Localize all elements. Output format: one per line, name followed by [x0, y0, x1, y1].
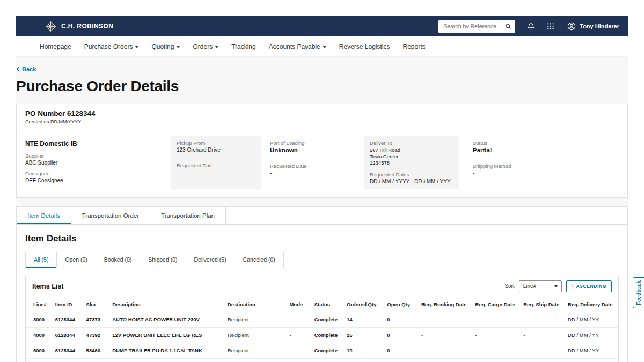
cell-sku: 47373	[83, 312, 109, 327]
bell-icon	[527, 23, 535, 31]
items-table: Line#Item IDSkuDescriptionDestinationMod…	[26, 297, 618, 362]
status-filter-tabs: All (5) Open (0) Booked (0) Shipped (0) …	[25, 252, 619, 268]
cell-open-qty: 0	[384, 327, 418, 343]
column-header: Item ID	[52, 297, 83, 312]
cell-status: Complete	[311, 327, 343, 343]
table-row[interactable]: 400061283444739212V POWER UNIT ELEC LHL …	[26, 327, 618, 343]
cell-status: Complete	[311, 312, 343, 327]
nav-item-quoting[interactable]: Quoting	[151, 43, 180, 50]
sort-direction-button[interactable]: ↑ ASCENDING	[566, 280, 612, 292]
cell-req-delivery-date: DD / MM / YY	[565, 358, 618, 362]
tab-item-details[interactable]: Item Details	[17, 207, 71, 224]
filter-tab-open[interactable]: Open (0)	[56, 252, 96, 268]
filter-tab-canceled[interactable]: Canceled (0)	[235, 252, 284, 268]
column-header: Description	[109, 297, 218, 312]
nav-item-label: Reverse Logistics	[339, 43, 390, 50]
sort-select[interactable]: Line#	[519, 280, 562, 292]
page-content: Back Purchase Order Details PO Number 61…	[16, 56, 628, 362]
user-name: Tony Hinderer	[580, 23, 619, 29]
nav-item-tracking[interactable]: Tracking	[231, 43, 256, 50]
pickup-requested-date-label: Requested Date	[177, 162, 256, 168]
app-container: C.H. ROBINSON	[16, 16, 628, 362]
table-row[interactable]: 8000612834453453INDUST PU 230/460V 2320P…	[26, 358, 618, 362]
pickup-from-value: 123 Orchard Drive	[177, 147, 256, 153]
feedback-button[interactable]: Feedback	[633, 277, 644, 308]
cell-line-: 3000	[26, 312, 52, 327]
cell-req-booking-date: -	[418, 327, 472, 343]
nav-item-accounts-payable[interactable]: Accounts Payable	[269, 43, 326, 50]
chevron-down-icon	[323, 46, 326, 48]
search-input[interactable]	[438, 20, 501, 33]
nav-item-orders[interactable]: Orders	[193, 43, 218, 50]
port-requested-date-label: Requested Date	[270, 163, 364, 169]
cell-open-qty: 0	[384, 312, 418, 327]
sort-controls: Sort Line# ↑ ASCENDING	[504, 280, 612, 292]
filter-tab-delivered[interactable]: Delivered (5)	[186, 252, 235, 268]
arrow-up-icon: ↑	[572, 284, 574, 289]
items-list-title: Items List	[32, 283, 63, 290]
column-header: Open Qty	[384, 297, 418, 312]
cell-req-delivery-date: DD / MM / YY	[565, 343, 618, 358]
search-button[interactable]	[501, 20, 515, 33]
cell-description: AUTO HOIST AC POWER UNIT 230V	[109, 312, 218, 327]
cell-req-booking-date: -	[418, 358, 472, 362]
cell-ordered-qty: 15	[343, 358, 384, 362]
cell-description: DUMP TRAILER PU DA 1.1GAL TANK	[109, 343, 218, 358]
status-label: Status	[473, 140, 619, 146]
filter-tab-all[interactable]: All (5)	[25, 252, 57, 268]
nav-item-reports[interactable]: Reports	[403, 43, 426, 50]
table-row[interactable]: 3000612834447373AUTO HOIST AC POWER UNIT…	[26, 312, 618, 327]
details-tab-row: Item Details Transportation Order Transp…	[17, 207, 627, 225]
column-header: Sku	[83, 297, 109, 312]
nav-item-label: Quoting	[151, 43, 174, 50]
cell-description: 12V POWER UNIT ELEC LHL LG RES	[109, 327, 218, 343]
user-menu[interactable]: Tony Hinderer	[567, 22, 619, 31]
cell-open-qty: 0	[384, 358, 418, 362]
nav-item-homepage[interactable]: Homepage	[40, 43, 71, 50]
chevron-left-icon	[16, 67, 20, 71]
item-details-section: Item Details All (5) Open (0) Booked (0)…	[17, 225, 627, 362]
nav-item-reverse-logistics[interactable]: Reverse Logistics	[339, 43, 390, 50]
filter-tab-booked[interactable]: Booked (0)	[96, 252, 140, 268]
brand-name: C.H. ROBINSON	[61, 23, 113, 30]
nav-item-label: Purchase Orders	[84, 43, 133, 50]
items-table-head-row: Line#Item IDSkuDescriptionDestinationMod…	[26, 297, 618, 312]
cell-req-cargo-date: -	[472, 327, 521, 343]
nav-item-purchase-orders[interactable]: Purchase Orders	[84, 43, 139, 50]
deliver-to-line3: 1234578	[370, 160, 453, 166]
column-header: Req. Delivery Date	[565, 297, 618, 312]
supplier-label: Supplier	[25, 153, 171, 159]
nav-item-label: Tracking	[231, 43, 256, 50]
column-header: Destination	[218, 297, 286, 312]
status-column: Status Partial Shipping Method -	[473, 136, 619, 189]
cell-req-cargo-date: -	[472, 358, 521, 362]
po-summary-header: PO Number 6128344 Created on DD/MM/YYYY	[17, 104, 627, 129]
column-header: Ordered Qty	[343, 297, 384, 312]
tab-transportation-order[interactable]: Transportation Order	[71, 207, 150, 224]
apps-menu-button[interactable]	[547, 23, 554, 30]
column-header: Mode	[286, 297, 311, 312]
po-summary-grid: NTE Domestic IB Supplier ABC Supplier Co…	[17, 129, 627, 197]
back-link[interactable]: Back	[16, 66, 36, 72]
po-number: PO Number 6128344	[25, 109, 619, 117]
filter-tab-shipped[interactable]: Shipped (0)	[140, 252, 186, 268]
cell-req-booking-date: -	[418, 312, 472, 327]
cell-item-id: 6128344	[52, 358, 83, 362]
notifications-button[interactable]	[527, 23, 535, 31]
deliver-to-line2: Town Center	[370, 153, 453, 160]
nav-item-label: Orders	[193, 43, 213, 50]
tab-transportation-plan[interactable]: Transportation Plan	[150, 207, 226, 224]
chevron-down-icon	[215, 46, 218, 48]
cell-ordered-qty: 14	[343, 312, 384, 327]
cell-req-delivery-date: DD / MM / YY	[565, 312, 618, 327]
cell-mode: -	[286, 343, 311, 358]
pickup-column: Pickup From 123 Orchard Drive Requested …	[171, 136, 261, 189]
pickup-requested-date-value: -	[177, 169, 256, 175]
shipping-method-label: Shipping Method	[473, 163, 619, 169]
cell-req-cargo-date: -	[472, 343, 521, 358]
deliver-to-label: Deliver To	[370, 140, 453, 146]
requested-dates-label: Requested Dates	[370, 172, 453, 178]
table-row[interactable]: 6000612834453460DUMP TRAILER PU DA 1.1GA…	[26, 343, 618, 358]
cell-sku: 53453	[83, 358, 109, 362]
cell-req-ship-date: -	[520, 358, 565, 362]
